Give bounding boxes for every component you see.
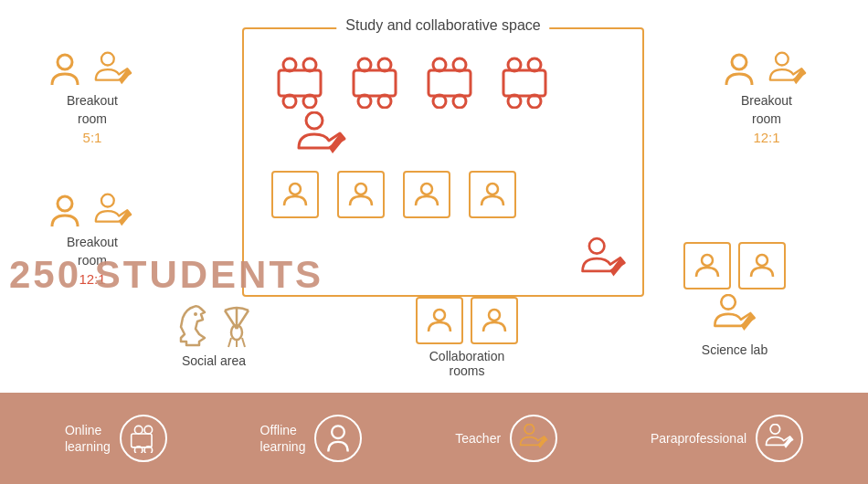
svg-point-40 [134,426,143,434]
breakout-right-top-ratio: 12:1 [753,130,779,145]
study-box-title: Study and collaborative space [336,17,549,34]
svg-point-25 [589,238,605,254]
person-box-2 [337,171,385,218]
svg-point-41 [144,426,153,434]
svg-point-46 [770,425,779,434]
footer-offline-label: Offline learning [260,423,306,454]
collab-rooms-label: Collaborationrooms [429,349,505,378]
svg-point-45 [524,425,534,434]
footer: Online learning Offline learning [0,393,868,484]
footer-online-label: Online learning [65,423,111,454]
footer-para-text: Paraprofessional [651,430,746,447]
svg-point-29 [101,195,114,207]
social-icons [174,301,254,349]
svg-point-37 [757,255,767,266]
science-lab: Science lab [683,242,786,357]
science-person-2 [738,242,786,289]
svg-point-26 [58,55,72,69]
svg-point-44 [333,426,345,438]
footer-teacher-text: Teacher [455,430,501,447]
group-table-icon-1 [271,52,328,109]
svg-point-38 [721,295,736,310]
teacher-icon-footer [517,424,550,453]
svg-point-31 [776,53,789,66]
footer-teacher-icon-box [510,415,557,462]
breakout-right-top-label: Breakoutroom 12:1 [741,92,792,148]
breakout-left-top: Breakoutroom 5:1 [50,50,134,148]
teacher-svg-study [294,111,349,162]
breakout-left-bottom-icons [50,192,134,234]
students-text: 250 STUDENTS [9,253,323,296]
science-person-icon-2 [747,251,777,280]
students-label: 250 STUDENTS [9,253,323,297]
svg-point-34 [434,310,445,321]
student-icon-gold-2 [50,192,89,230]
footer-offline-text: Offline learning [260,422,306,455]
footer-item-teacher: Teacher [455,415,557,462]
collab-person-2 [471,297,518,344]
social-area-label: Social area [182,353,246,368]
breakout-left-top-ratio: 5:1 [83,130,102,145]
social-area: Social area [174,301,254,368]
teacher-icon-study [294,111,349,162]
breakout-right-top: Breakoutroom 12:1 [725,50,809,148]
svg-point-22 [355,184,366,195]
svg-point-20 [306,112,323,129]
svg-point-27 [101,53,114,66]
breakout-left-top-icons [50,50,134,92]
svg-point-23 [421,184,432,195]
collab-person-icon-2 [480,306,509,335]
breakout-right-top-icons [725,50,809,92]
shuttlecock-icon [219,301,254,349]
footer-teacher-label: Teacher [455,431,501,446]
collab-icons [416,297,518,344]
footer-para-icon-box [756,415,803,462]
collab-person-1 [416,297,463,344]
para-icon-gold-2 [92,192,134,234]
svg-point-36 [702,255,713,266]
online-learning-icon [129,424,158,453]
person-box-3 [403,171,450,218]
svg-point-28 [58,196,72,211]
svg-point-21 [290,184,301,195]
svg-point-35 [489,310,500,321]
footer-offline-icon-box [314,415,362,462]
student-icon-gold-1 [50,50,89,89]
person-icon-1 [281,180,310,209]
person-icon-2 [346,180,376,209]
study-bottom-row [271,171,516,218]
science-person-1 [683,242,731,289]
para-icon-study [578,236,629,286]
footer-online-icon-box [120,415,167,462]
study-top-row [271,52,553,109]
offline-learning-icon [325,424,351,453]
footer-item-online: Online learning [65,415,167,462]
chess-icon [174,301,212,349]
svg-point-30 [732,55,746,69]
para-icon-gold-1 [92,50,134,92]
student-icon-gold-3 [725,50,763,89]
svg-point-24 [487,184,498,195]
svg-rect-10 [429,70,471,96]
collaboration-rooms: Collaborationrooms [416,297,518,378]
person-icon-4 [478,180,507,209]
footer-item-offline: Offline learning [260,415,363,462]
svg-rect-39 [131,434,151,447]
teacher-icon-science [711,294,758,338]
science-lab-label: Science lab [702,342,767,357]
svg-rect-15 [503,70,545,96]
collab-person-icon-1 [425,306,454,335]
svg-point-32 [194,312,197,316]
breakout-left-top-label: Breakoutroom 5:1 [67,92,118,148]
group-table-icon-2 [346,52,403,109]
footer-item-para: Paraprofessional [651,415,803,462]
main-area: Study and collaborative space [0,0,868,393]
para-icon-footer [763,424,796,453]
footer-online-text: Online learning [65,422,111,455]
science-icons [683,242,786,289]
footer-items: Online learning Offline learning [0,415,868,462]
group-table-icon-4 [496,52,553,109]
group-table-icon-3 [421,52,478,109]
svg-rect-5 [354,70,396,96]
para-icon-gold-3 [767,50,809,92]
